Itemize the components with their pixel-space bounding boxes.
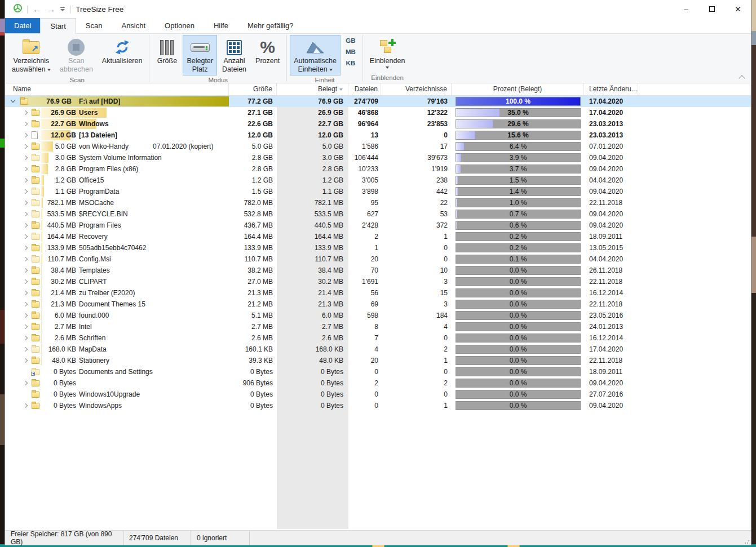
expand-chevron-icon[interactable] <box>23 291 28 295</box>
unit-kb-button[interactable]: KB <box>341 57 360 69</box>
mode-percent-button[interactable]: % Prozent <box>251 35 284 67</box>
table-row[interactable]: 0 BytesWindows10Upgrade0 Bytes0 Bytes000… <box>5 389 751 400</box>
unit-gb-button[interactable]: GB <box>341 35 360 46</box>
cell-prozent: 0.0 % <box>452 276 584 287</box>
table-row[interactable]: 22.7 GBWindows22.6 GB22.7 GB96'96423'853… <box>5 118 751 130</box>
tab-optionen[interactable]: Optionen <box>155 18 204 33</box>
quick-access-dropdown-icon[interactable] <box>60 7 65 12</box>
table-row[interactable]: 5.0 GBvon Wiko-Handy07.01.2020 (kopiert)… <box>5 141 751 152</box>
table-row[interactable]: 0 BytesWindowsApps0 Bytes0 Bytes010.0 %0… <box>5 400 751 411</box>
cell-letzte-aenderung: 22.11.2018 <box>584 355 638 366</box>
expand-chevron-icon[interactable] <box>23 144 28 149</box>
expand-chevron-icon[interactable] <box>23 122 28 126</box>
column-header-name[interactable]: Name <box>5 83 229 95</box>
column-header-letzte-aenderung[interactable]: Letzte Änderu... <box>584 83 638 95</box>
table-row[interactable]: 48.0 KBStationery39.3 KB48.0 KB2010.0 %2… <box>5 355 751 366</box>
close-button[interactable]: ✕ <box>725 0 751 18</box>
collapse-chevron-icon[interactable] <box>11 98 15 103</box>
cell-groesse: 77.2 GB <box>229 96 277 107</box>
table-row[interactable]: 6.0 MBfound.0005.1 MB6.0 MB5981840.0 %23… <box>5 310 751 321</box>
expand-chevron-icon[interactable] <box>23 155 28 160</box>
desktop-background: | ← → | TreeSize Free – ✕ Datei Start Sc… <box>0 0 756 547</box>
expand-chevron-icon[interactable] <box>23 302 28 306</box>
expand-chevron-icon[interactable] <box>23 110 28 115</box>
table-row[interactable]: 133.9 MB505adb15ebb4c70462133.9 MB133.9 … <box>5 242 751 254</box>
expand-chevron-icon[interactable] <box>23 268 28 273</box>
expand-chevron-icon[interactable] <box>23 313 28 318</box>
cell-groesse: 0 Bytes <box>229 389 277 400</box>
table-row[interactable]: 30.2 MBCLIPART27.0 MB30.2 MB1'69130.0 %2… <box>5 276 751 287</box>
expand-chevron-icon[interactable] <box>23 212 28 216</box>
minimize-button[interactable]: – <box>673 0 699 18</box>
expand-chevron-icon[interactable] <box>23 189 28 194</box>
table-row[interactable]: 38.4 MBTemplates38.2 MB38.4 MB70100.0 %2… <box>5 265 751 276</box>
table-row[interactable]: 2.7 MBIntel2.7 MB2.7 MB840.0 %24.01.2013 <box>5 321 751 332</box>
maximize-button[interactable] <box>699 0 725 18</box>
unit-mb-button[interactable]: MB <box>341 46 360 57</box>
select-directory-button[interactable]: ↗ Verzeichnis auswählen <box>8 35 55 75</box>
tab-hilfe[interactable]: Hilfe <box>204 18 238 33</box>
cell-belegt: 533.5 MB <box>277 208 348 220</box>
forward-arrow-icon[interactable]: → <box>46 5 56 14</box>
table-row[interactable]: 0 Bytes906 Bytes0 Bytes220.0 %09.04.2020 <box>5 377 751 389</box>
mode-allocated-button[interactable]: Belegter Platz <box>183 35 217 75</box>
column-header-prozent[interactable]: Prozent (Belegt) <box>452 83 584 95</box>
table-row[interactable]: 1.2 GBOffice151.2 GB1.2 GB3'0052381.5 %0… <box>5 175 751 186</box>
expand-chevron-icon[interactable] <box>23 358 28 363</box>
expand-chevron-icon[interactable] <box>23 347 28 352</box>
show-columns-button[interactable]: Einblenden <box>366 35 409 70</box>
column-header-belegt[interactable]: Belegt <box>277 83 348 95</box>
expand-chevron-icon[interactable] <box>23 167 28 171</box>
table-row[interactable]: 21.3 MBDocument Themes 1521.2 MB21.3 MB6… <box>5 299 751 310</box>
auto-units-button[interactable]: Automatische Einheiten <box>290 35 341 75</box>
table-row[interactable]: 168.0 KBMapData160.1 KB168.0 KB420.0 %17… <box>5 344 751 355</box>
expand-chevron-icon[interactable] <box>23 246 28 250</box>
table-row[interactable]: 2.8 GBProgram Files (x86)2.8 GB2.8 GB10'… <box>5 163 751 175</box>
expand-chevron-icon[interactable] <box>23 336 28 340</box>
window-title: TreeSize Free <box>76 5 123 14</box>
mode-size-button[interactable]: Größe <box>152 35 182 67</box>
table-row[interactable]: 164.4 MBRecovery164.4 MB164.4 MB210.2 %1… <box>5 231 751 242</box>
table-row[interactable]: 26.9 GBUsers27.1 GB26.9 GB46'86812'32235… <box>5 107 751 118</box>
cell-groesse: 39.3 KB <box>229 355 277 366</box>
table-row[interactable]: 12.0 GB[13 Dateien]12.0 GB12.0 GB13015.6… <box>5 130 751 141</box>
column-header-dateien[interactable]: Dateien <box>348 83 381 95</box>
table-row[interactable]: 3.0 GBSystem Volume Information2.8 GB3.0… <box>5 152 751 163</box>
tab-datei[interactable]: Datei <box>5 18 40 33</box>
table-row[interactable]: 782.1 MBMSOCache782.0 MB782.1 MB95221.0 … <box>5 197 751 208</box>
table-row[interactable]: 21.4 MBzu Treiber (E2020)21.3 MB21.4 MB5… <box>5 287 751 299</box>
tab-ansicht[interactable]: Ansicht <box>112 18 155 33</box>
expand-chevron-icon[interactable] <box>23 381 28 385</box>
tab-scan[interactable]: Scan <box>76 18 112 33</box>
expand-chevron-icon[interactable] <box>23 234 28 239</box>
table-row[interactable]: 76.9 GBF:\ auf [HDD]77.2 GB76.9 GB274'70… <box>5 96 751 107</box>
expand-chevron-icon[interactable] <box>23 324 28 329</box>
expand-chevron-icon[interactable] <box>23 178 28 183</box>
back-arrow-icon[interactable]: ← <box>33 5 42 14</box>
refresh-button[interactable]: Aktualisieren <box>98 35 147 67</box>
cell-dateien: 2 <box>348 231 381 242</box>
tab-start[interactable]: Start <box>40 18 76 34</box>
expand-chevron-icon[interactable] <box>23 257 28 261</box>
resize-grip[interactable] <box>744 539 750 544</box>
expand-chevron-icon[interactable] <box>23 223 28 228</box>
cell-letzte-aenderung: 18.09.2011 <box>584 366 638 377</box>
table-row[interactable]: 0 BytesDocuments and Settings0 Bytes0 By… <box>5 366 751 377</box>
table-row[interactable]: 110.7 MBConfig.Msi110.7 MB110.7 MB2000.1… <box>5 254 751 265</box>
column-header-verzeichnisse[interactable]: Verzeichnisse <box>381 83 452 95</box>
table-row[interactable]: 440.5 MBProgram Files436.7 MB440.5 MB2'4… <box>5 220 751 231</box>
percent-label: 0.0 % <box>456 312 580 320</box>
mode-filecount-button[interactable]: Anzahl Dateien <box>218 35 250 75</box>
table-row[interactable]: 2.6 MBSchriften2.6 MB2.6 MB700.0 %16.12.… <box>5 332 751 344</box>
cell-belegt: 782.1 MB <box>277 197 348 208</box>
table-row[interactable]: 533.5 MB$RECYCLE.BIN532.8 MB533.5 MB6275… <box>5 208 751 220</box>
expand-chevron-icon[interactable] <box>23 279 28 284</box>
expand-chevron-icon[interactable] <box>23 201 28 205</box>
collapse-ribbon-icon[interactable] <box>739 75 746 81</box>
expand-chevron-icon[interactable] <box>23 133 28 137</box>
column-header-groesse[interactable]: Größe <box>229 83 277 95</box>
row-name-label: Users <box>79 107 98 118</box>
table-row[interactable]: 1.1 GBProgramData1.5 GB1.1 GB3'8984421.4… <box>5 186 751 197</box>
expand-chevron-icon[interactable] <box>23 403 28 408</box>
tab-mehr-gefaellig[interactable]: Mehr gefällig? <box>238 18 303 33</box>
